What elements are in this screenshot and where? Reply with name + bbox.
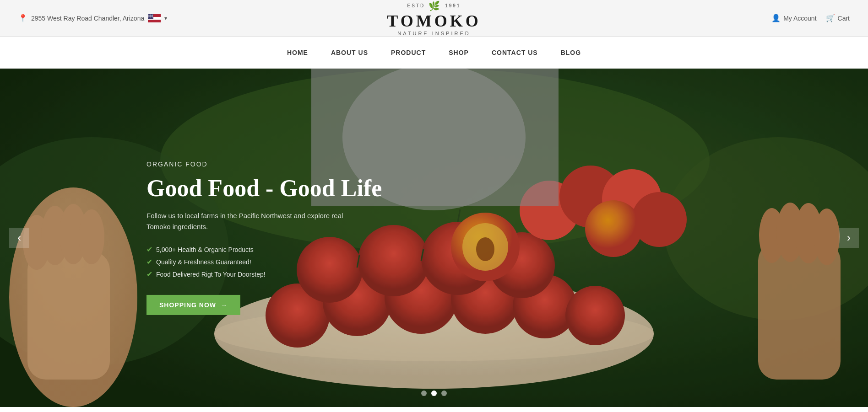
svg-point-4 bbox=[148, 15, 149, 16]
location-pin-icon: 📍 bbox=[18, 14, 27, 22]
cta-label: SHOPPING NOW bbox=[159, 301, 216, 309]
top-bar: 📍 2955 West Ray Road Chandler, Arizona ▾… bbox=[0, 0, 868, 37]
nav-shop[interactable]: SHOP bbox=[449, 47, 469, 59]
nav-about[interactable]: ABOUT US bbox=[331, 47, 368, 59]
nav-bar: HOME ABOUT US PRODUCT SHOP CONTACT US BL… bbox=[0, 37, 868, 69]
cart-label: Cart bbox=[838, 15, 850, 22]
year-text: 1991 bbox=[445, 3, 461, 8]
slider-next-button[interactable]: › bbox=[839, 228, 859, 248]
svg-point-9 bbox=[152, 16, 153, 17]
svg-rect-2 bbox=[148, 20, 161, 22]
flag-icon bbox=[148, 14, 161, 22]
svg-point-7 bbox=[148, 16, 149, 17]
next-arrow-icon: › bbox=[847, 231, 851, 244]
hero-description: Follow us to local farms in the Pacific … bbox=[146, 210, 357, 232]
feature-2-text: Quality & Freshness Guaranteed! bbox=[156, 258, 251, 266]
feature-1-text: 5,000+ Health & Organic Products bbox=[156, 246, 254, 253]
hero-features: ✔ 5,000+ Health & Organic Products ✔ Qua… bbox=[146, 245, 382, 278]
check-icon-1: ✔ bbox=[146, 245, 152, 254]
shopping-now-button[interactable]: SHOPPING NOW → bbox=[146, 295, 240, 315]
logo-estd: ESTD 🌿 1991 bbox=[387, 0, 481, 11]
top-bar-left: 📍 2955 West Ray Road Chandler, Arizona ▾ bbox=[18, 14, 167, 22]
slider-dot-2[interactable] bbox=[431, 391, 437, 396]
hero-section: ORGANIC FOOD Good Food - Good Life Follo… bbox=[0, 69, 868, 407]
slider-dot-1[interactable] bbox=[421, 391, 427, 396]
logo: ESTD 🌿 1991 TOMOKO NATURE INSPIRED bbox=[387, 0, 481, 36]
my-account-link[interactable]: 👤 My Account bbox=[771, 14, 816, 22]
account-icon: 👤 bbox=[771, 14, 781, 22]
cart-link[interactable]: 🛒 Cart bbox=[826, 14, 850, 22]
my-account-label: My Account bbox=[783, 15, 816, 22]
language-dropdown[interactable]: ▾ bbox=[164, 15, 167, 21]
hero-overlay bbox=[0, 69, 868, 407]
hero-title: Good Food - Good Life bbox=[146, 175, 382, 201]
svg-point-10 bbox=[149, 16, 150, 16]
address-text: 2955 West Ray Road Chandler, Arizona bbox=[31, 15, 144, 22]
feature-3: ✔ Food Delivered Rigt To Your Doorstep! bbox=[146, 270, 382, 278]
hero-subtitle: ORGANIC FOOD bbox=[146, 161, 382, 168]
slider-prev-button[interactable]: ‹ bbox=[9, 228, 29, 248]
cart-icon: 🛒 bbox=[826, 14, 835, 22]
prev-arrow-icon: ‹ bbox=[17, 231, 21, 244]
feature-2: ✔ Quality & Freshness Guaranteed! bbox=[146, 257, 382, 266]
svg-point-6 bbox=[152, 15, 153, 16]
svg-point-11 bbox=[151, 16, 152, 16]
top-bar-right: 👤 My Account 🛒 Cart bbox=[771, 14, 850, 22]
leaf-icon: 🌿 bbox=[429, 0, 441, 11]
slider-dots bbox=[421, 391, 447, 396]
svg-point-5 bbox=[150, 15, 151, 16]
nav-contact[interactable]: CONTACT US bbox=[492, 47, 538, 59]
brand-tagline: NATURE INSPIRED bbox=[387, 31, 481, 36]
brand-name: TOMOKO bbox=[387, 11, 481, 31]
nav-product[interactable]: PRODUCT bbox=[391, 47, 426, 59]
feature-1: ✔ 5,000+ Health & Organic Products bbox=[146, 245, 382, 254]
svg-point-8 bbox=[150, 16, 151, 17]
estd-text: ESTD bbox=[407, 3, 425, 8]
cta-arrow-icon: → bbox=[221, 301, 228, 309]
slider-dot-3[interactable] bbox=[441, 391, 447, 396]
nav-blog[interactable]: BLOG bbox=[561, 47, 581, 59]
nav-home[interactable]: HOME bbox=[287, 47, 308, 59]
check-icon-2: ✔ bbox=[146, 257, 152, 266]
main-nav: HOME ABOUT US PRODUCT SHOP CONTACT US BL… bbox=[287, 47, 581, 59]
check-icon-3: ✔ bbox=[146, 270, 152, 278]
feature-3-text: Food Delivered Rigt To Your Doorstep! bbox=[156, 271, 266, 278]
hero-content: ORGANIC FOOD Good Food - Good Life Follo… bbox=[146, 161, 382, 315]
